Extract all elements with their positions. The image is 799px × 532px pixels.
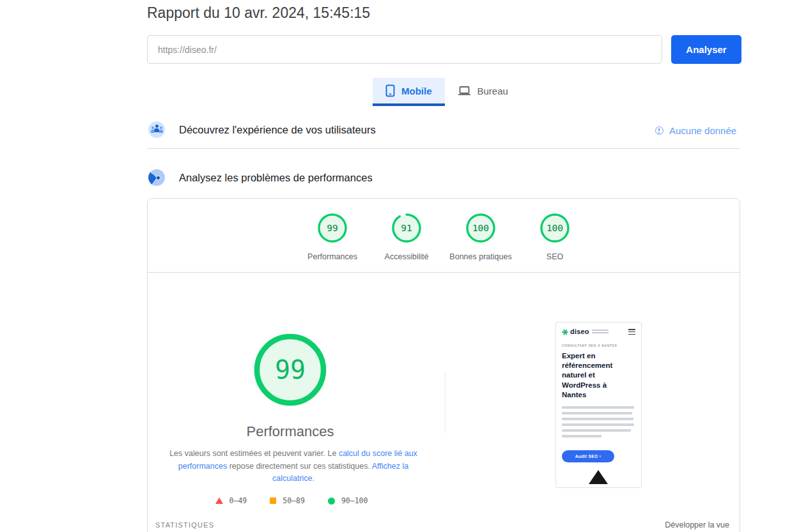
- score-value: 99: [317, 213, 348, 243]
- statistics-section-label: STATISTIQUES: [155, 521, 214, 529]
- score-label: Performances: [307, 252, 357, 261]
- score-label: SEO: [547, 252, 563, 261]
- url-input[interactable]: [147, 35, 662, 64]
- card-divider: [148, 272, 740, 273]
- diagnose-section-title: Analysez les problèmes de performances: [179, 172, 373, 184]
- thumbnail-paragraph-placeholder: [562, 406, 634, 441]
- hamburger-menu-icon: [628, 329, 635, 336]
- info-icon: [655, 126, 663, 135]
- legend-range: 90–100: [341, 496, 368, 505]
- score-gauge-bonnes-pratiques[interactable]: 100 Bonnes pratiques: [444, 213, 518, 261]
- performance-main-gauge: 99: [254, 333, 327, 406]
- square-icon: [270, 498, 276, 504]
- analyze-button[interactable]: Analyser: [671, 35, 741, 64]
- device-tabs: Mobile Bureau: [373, 78, 521, 103]
- thumbnail-cta-button: Audit SEO ›: [562, 450, 614, 462]
- laptop-icon: [458, 86, 471, 96]
- expand-view-button[interactable]: Développer la vue: [665, 521, 729, 529]
- users-icon: [148, 121, 165, 138]
- no-data-label: Aucune donnée: [669, 125, 736, 136]
- diseo-logo-icon: [562, 329, 568, 335]
- score-legend: 0–49 50–89 90–100: [148, 496, 435, 505]
- thumbnail-eyebrow: CONSULTANT SEO À NANTES: [562, 344, 617, 347]
- description-text: repose directement sur ces statistiques.: [227, 462, 372, 471]
- diseo-logo-text: diseo: [570, 328, 589, 335]
- score-value: 100: [539, 213, 570, 243]
- thumbnail-heading: Expert en référencement naturel et WordP…: [562, 351, 628, 400]
- tab-desktop-label: Bureau: [477, 86, 508, 96]
- category-scores-row: 99 Performances 91 Accessibilité 100: [148, 213, 740, 261]
- page-screenshot-thumbnail[interactable]: diseo CONSULTANT SEO À NANTES Expert en …: [555, 322, 642, 488]
- report-title: Rapport du 10 avr. 2024, 15:45:15: [147, 4, 370, 22]
- no-data-link[interactable]: Aucune donnée: [655, 125, 736, 136]
- score-gauge-performances[interactable]: 99 Performances: [295, 213, 369, 261]
- legend-range: 0–49: [229, 496, 247, 505]
- field-data-section-title: Découvrez l'expérience de vos utilisateu…: [179, 124, 376, 136]
- thumbnail-site-header: diseo: [562, 328, 635, 336]
- legend-item-average: 50–89: [270, 496, 305, 505]
- score-gauge-accessibilite[interactable]: 91 Accessibilité: [369, 213, 444, 261]
- triangle-icon: [215, 498, 223, 504]
- score-label: Accessibilité: [385, 252, 429, 261]
- field-data-section-header: Découvrez l'expérience de vos utilisateu…: [148, 121, 376, 138]
- score-label: Bonnes pratiques: [449, 252, 511, 261]
- performance-description: Les valeurs sont estimées et peuvent var…: [169, 448, 418, 485]
- vertical-divider: [445, 372, 446, 433]
- tab-desktop[interactable]: Bureau: [445, 78, 521, 103]
- thumbnail-triangle-shape: [589, 470, 608, 484]
- performance-score-value: 99: [254, 333, 327, 406]
- logo-tagline-placeholder: [592, 330, 609, 335]
- score-value: 91: [391, 213, 422, 243]
- legend-item-pass: 90–100: [328, 496, 368, 505]
- diagnose-section-header: Analysez les problèmes de performances: [148, 169, 373, 186]
- score-gauge-seo[interactable]: 100 SEO: [518, 213, 592, 261]
- legend-range: 50–89: [283, 496, 305, 505]
- score-value: 100: [465, 213, 496, 243]
- phone-icon: [385, 84, 395, 97]
- description-text: Les valeurs sont estimées et peuvent var…: [169, 449, 339, 458]
- section-divider: [147, 148, 740, 149]
- lighthouse-report-card: 99 Performances 91 Accessibilité 100: [147, 198, 740, 532]
- performance-heading: Performances: [194, 423, 386, 440]
- tab-active-indicator: [373, 103, 445, 106]
- tab-mobile[interactable]: Mobile: [373, 78, 445, 103]
- tab-mobile-label: Mobile: [401, 86, 432, 96]
- circle-icon: [328, 498, 335, 505]
- speedometer-icon: [148, 169, 165, 186]
- legend-item-fail: 0–49: [215, 496, 247, 505]
